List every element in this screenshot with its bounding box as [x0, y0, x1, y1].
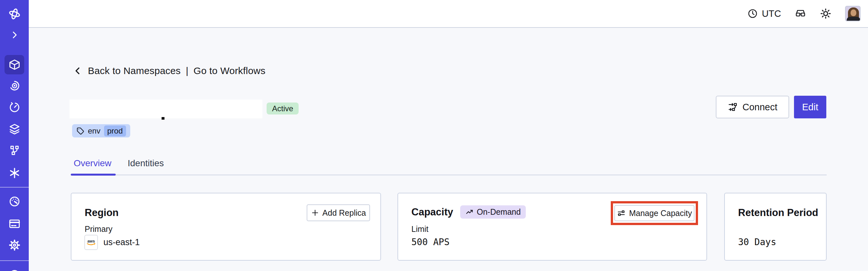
sidebar-item-schedules-timer-icon[interactable]: [8, 101, 21, 114]
tab-active-underline: [71, 174, 116, 176]
capacity-value: 500 APS: [411, 237, 450, 247]
timezone-selector[interactable]: UTC: [747, 8, 781, 19]
sidebar-item-namespaces-cube-icon[interactable]: [8, 59, 21, 71]
manage-capacity-button[interactable]: Manage Capacity: [614, 205, 694, 221]
breadcrumb-back-link[interactable]: Back to Namespaces: [88, 65, 181, 76]
region-card: Region Add Replica Primary aws us-east-1: [71, 193, 381, 261]
capacity-card-title: Capacity: [411, 207, 453, 217]
aws-logo-text: aws: [87, 239, 95, 243]
region-value: us-east-1: [103, 237, 140, 247]
sidebar-item-billing-card-icon[interactable]: [8, 218, 21, 230]
plus-icon: [311, 209, 319, 217]
status-badge: Active: [267, 102, 299, 115]
connect-button[interactable]: Connect: [716, 96, 789, 118]
sun-icon[interactable]: [820, 8, 832, 20]
connect-button-label: Connect: [742, 102, 777, 113]
app-window: UTC: [0, 0, 868, 271]
add-replica-label: Add Replica: [322, 208, 366, 218]
tab-identities[interactable]: Identities: [128, 158, 164, 169]
tag-key: env: [88, 126, 100, 136]
breadcrumb: Back to Namespaces | Go to Workflows: [73, 65, 265, 76]
namespace-title-redacted: [69, 100, 262, 118]
namespace-tag[interactable]: env prod: [72, 124, 130, 138]
tabs-rule: [71, 175, 827, 175]
sidebar-item-settings-gear-icon[interactable]: [8, 239, 21, 251]
sidebar-divider-bottom: [0, 260, 29, 261]
sidebar-item-layers-icon[interactable]: [8, 123, 21, 135]
capacity-card: Capacity On-Demand: [398, 193, 707, 261]
sidebar-divider: [0, 187, 29, 187]
retention-value: 30 Days: [738, 237, 776, 247]
sidebar-item-deployments-branch-icon[interactable]: [9, 145, 20, 156]
timezone-label: UTC: [762, 8, 781, 19]
user-avatar[interactable]: [845, 6, 861, 21]
avatar-shirt: [847, 17, 860, 21]
sidebar-nav: [0, 0, 29, 271]
annotation-highlight-box: Manage Capacity: [611, 201, 698, 225]
region-field-label: Primary: [85, 225, 113, 234]
back-arrow-icon[interactable]: [73, 66, 83, 76]
avatar-face: [850, 9, 856, 16]
tag-value-chip: prod: [104, 125, 126, 137]
connect-icon: [727, 102, 738, 112]
capacity-title-row: Capacity On-Demand: [411, 205, 526, 219]
tab-overview[interactable]: Overview: [74, 158, 112, 169]
add-replica-button[interactable]: Add Replica: [307, 204, 370, 221]
redaction-artifact: [162, 117, 164, 120]
manage-capacity-label: Manage Capacity: [629, 209, 692, 218]
trend-up-icon: [465, 208, 474, 216]
sidebar-item-workflows-spiral-icon[interactable]: [8, 80, 21, 92]
capacity-field-label: Limit: [411, 225, 429, 234]
topbar: UTC: [29, 0, 868, 28]
breadcrumb-workflows-link[interactable]: Go to Workflows: [193, 65, 266, 76]
tag-icon: [76, 127, 84, 135]
region-card-title: Region: [85, 208, 119, 218]
region-value-row: aws us-east-1: [84, 235, 140, 250]
expand-chevron-right-icon[interactable]: [10, 30, 20, 40]
ondemand-badge-label: On-Demand: [477, 207, 521, 217]
retention-card: Retention Period 30 Days: [724, 193, 827, 261]
retention-card-title: Retention Period: [738, 208, 818, 218]
sidebar-item-nexus-asterisk-icon[interactable]: [8, 167, 21, 179]
clock-icon: [747, 8, 758, 19]
glasses-icon[interactable]: [795, 8, 806, 20]
sliders-icon: [617, 209, 626, 218]
sidebar-item-partial-bottom-icon[interactable]: [8, 269, 21, 271]
aws-logo-icon: aws: [84, 235, 98, 250]
ondemand-badge: On-Demand: [460, 205, 526, 219]
edit-button[interactable]: Edit: [794, 96, 826, 118]
temporal-logo-icon[interactable]: [8, 7, 21, 20]
breadcrumb-separator: |: [186, 65, 188, 76]
sidebar-item-usage-gauge-icon[interactable]: [8, 195, 21, 208]
